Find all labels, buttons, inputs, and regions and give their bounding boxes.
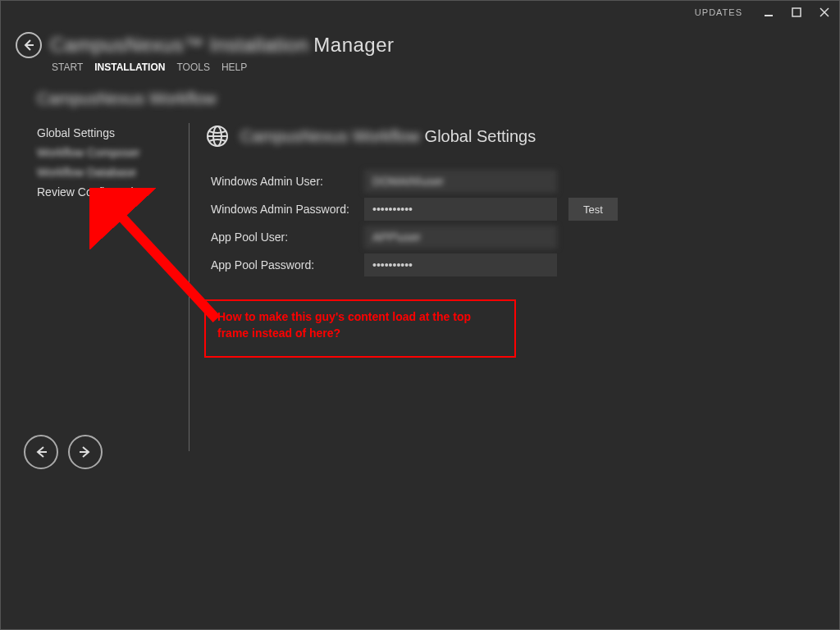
app-title: CampusNexus™ Installation Manager bbox=[50, 34, 395, 57]
arrow-left-icon bbox=[22, 39, 35, 52]
label-apppool-user: App Pool User: bbox=[204, 231, 364, 244]
menu-help[interactable]: HELP bbox=[221, 62, 247, 73]
minimize-button[interactable] bbox=[759, 4, 778, 21]
sidebar-item-1[interactable]: Workflow Composer bbox=[37, 143, 189, 162]
sidebar-item-review-configuration[interactable]: Review Configuration bbox=[37, 182, 189, 202]
nav-circles bbox=[24, 435, 103, 469]
annotation-box: How to make this guy's content load at t… bbox=[204, 299, 516, 358]
input-apppool-password[interactable] bbox=[364, 253, 557, 276]
panel-header: CampusNexus Workflow Global Settings bbox=[204, 123, 823, 149]
back-button[interactable] bbox=[16, 32, 42, 58]
menu-start[interactable]: START bbox=[52, 62, 83, 73]
body-area: Global Settings Workflow Composer Workfl… bbox=[1, 123, 839, 629]
label-admin-user: Windows Admin User: bbox=[204, 175, 364, 188]
form-row-apppool-user: App Pool User: bbox=[204, 226, 823, 249]
menu-installation[interactable]: INSTALLATION bbox=[94, 62, 165, 73]
arrow-right-icon bbox=[78, 445, 93, 459]
test-button[interactable]: Test bbox=[568, 198, 618, 221]
updates-link[interactable]: UPDATES bbox=[695, 7, 742, 17]
next-button[interactable] bbox=[68, 435, 103, 469]
app-window: UPDATES CampusNexus™ Installation Manage… bbox=[0, 0, 840, 630]
menu-tools[interactable]: TOOLS bbox=[176, 62, 209, 73]
vertical-separator bbox=[189, 123, 189, 451]
sidebar-item-2[interactable]: Workflow Database bbox=[37, 162, 189, 182]
form-row-admin-password: Windows Admin Password: Test bbox=[204, 198, 823, 221]
input-apppool-user[interactable] bbox=[364, 226, 557, 249]
form-row-apppool-password: App Pool Password: bbox=[204, 253, 823, 276]
input-admin-user[interactable] bbox=[364, 170, 557, 193]
header-row: CampusNexus™ Installation Manager bbox=[1, 24, 839, 58]
sidebar: Global Settings Workflow Composer Workfl… bbox=[37, 123, 189, 629]
arrow-left-icon bbox=[34, 445, 48, 459]
svg-rect-1 bbox=[792, 8, 801, 16]
form-row-admin-user: Windows Admin User: bbox=[204, 170, 823, 193]
page-subheader: CampusNexus Workflow bbox=[1, 81, 839, 123]
label-apppool-password: App Pool Password: bbox=[204, 258, 364, 272]
titlebar: UPDATES bbox=[1, 1, 839, 24]
sidebar-item-global-settings[interactable]: Global Settings bbox=[37, 123, 189, 143]
input-admin-password[interactable] bbox=[364, 198, 557, 221]
globe-icon bbox=[204, 123, 231, 149]
maximize-button[interactable] bbox=[787, 4, 806, 21]
label-admin-password: Windows Admin Password: bbox=[204, 203, 364, 216]
prev-button[interactable] bbox=[24, 435, 58, 469]
main-menu: START INSTALLATION TOOLS HELP bbox=[1, 58, 839, 81]
panel-title: CampusNexus Workflow Global Settings bbox=[240, 127, 536, 146]
close-button[interactable] bbox=[815, 4, 834, 21]
main-panel: CampusNexus Workflow Global Settings Win… bbox=[199, 123, 823, 629]
